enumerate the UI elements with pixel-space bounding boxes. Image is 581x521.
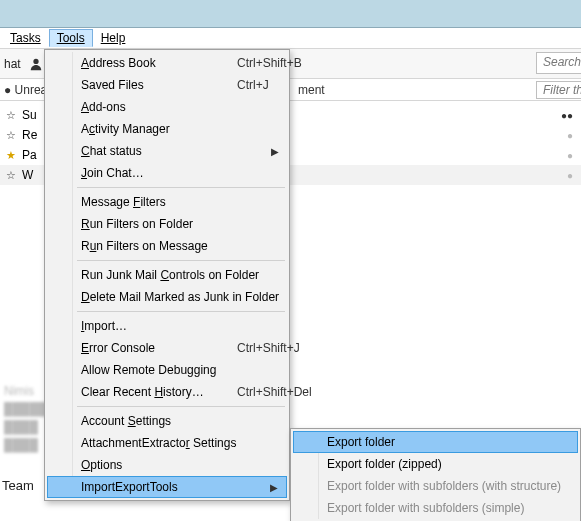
menu-tasks[interactable]: Tasks bbox=[2, 29, 49, 47]
chevron-right-icon: ▶ bbox=[270, 482, 278, 493]
chevron-right-icon: ▶ bbox=[271, 146, 279, 157]
shortcut-text: Ctrl+Shift+J bbox=[237, 341, 300, 355]
menu-join-chat[interactable]: Join Chat… bbox=[47, 162, 287, 184]
menu-separator bbox=[77, 406, 285, 407]
star-icon[interactable]: ☆ bbox=[4, 169, 18, 182]
list-item-text: Pa bbox=[18, 148, 37, 162]
status-dot-icon: ●● bbox=[561, 110, 573, 121]
svg-point-0 bbox=[33, 58, 38, 63]
menu-import-export-tools[interactable]: ImportExportTools ▶ bbox=[47, 476, 287, 498]
submenu-export-zipped[interactable]: Export folder (zipped) bbox=[293, 453, 578, 475]
window-titlebar bbox=[0, 0, 581, 28]
menu-addons[interactable]: Add-ons bbox=[47, 96, 287, 118]
menu-account-settings[interactable]: Account Settings bbox=[47, 410, 287, 432]
menu-delete-junk[interactable]: Delete Mail Marked as Junk in Folder bbox=[47, 286, 287, 308]
menu-clear-history[interactable]: Clear Recent History… Ctrl+Shift+Del bbox=[47, 381, 287, 403]
status-dot-icon: ● bbox=[567, 150, 573, 161]
submenu-export-folder[interactable]: Export folder bbox=[293, 431, 578, 453]
menu-run-junk[interactable]: Run Junk Mail Controls on Folder bbox=[47, 264, 287, 286]
person-icon[interactable] bbox=[29, 57, 43, 71]
submenu-export-structure: Export folder with subfolders (with stru… bbox=[293, 475, 578, 497]
star-icon[interactable]: ☆ bbox=[4, 109, 18, 122]
chat-label-fragment: hat bbox=[0, 57, 21, 71]
star-icon[interactable]: ☆ bbox=[4, 129, 18, 142]
menu-error-console[interactable]: Error Console Ctrl+Shift+J bbox=[47, 337, 287, 359]
submenu-export-simple: Export folder with subfolders (simple) bbox=[293, 497, 578, 519]
shortcut-text: Ctrl+Shift+B bbox=[237, 56, 302, 70]
blurred-sidebar-fragment: Nimis █████ ████ ████ bbox=[0, 382, 44, 454]
menu-run-filters-message[interactable]: Run Filters on Message bbox=[47, 235, 287, 257]
column-fragment[interactable]: ment bbox=[298, 83, 325, 97]
menu-activity-manager[interactable]: Activity Manager bbox=[47, 118, 287, 140]
menu-separator bbox=[77, 187, 285, 188]
menu-run-filters-folder[interactable]: Run Filters on Folder bbox=[47, 213, 287, 235]
search-input[interactable]: Search bbox=[536, 52, 581, 74]
star-icon[interactable]: ★ bbox=[4, 149, 18, 162]
menu-message-filters[interactable]: Message Filters bbox=[47, 191, 287, 213]
status-dot-icon: ● bbox=[567, 130, 573, 141]
menu-saved-files[interactable]: Saved Files Ctrl+J bbox=[47, 74, 287, 96]
list-item-text: Re bbox=[18, 128, 37, 142]
shortcut-text: Ctrl+Shift+Del bbox=[237, 385, 312, 399]
menu-help[interactable]: Help bbox=[93, 29, 134, 47]
menu-import[interactable]: Import… bbox=[47, 315, 287, 337]
status-dot-icon: ● bbox=[567, 170, 573, 181]
menu-separator bbox=[77, 311, 285, 312]
menu-options[interactable]: Options bbox=[47, 454, 287, 476]
menu-separator bbox=[77, 260, 285, 261]
menu-address-book[interactable]: Address Book Ctrl+Shift+B bbox=[47, 52, 287, 74]
team-label-fragment: Team bbox=[2, 478, 34, 493]
menu-chat-status[interactable]: Chat status ▶ bbox=[47, 140, 287, 162]
list-item-text: Su bbox=[18, 108, 37, 122]
menu-allow-remote-debugging[interactable]: Allow Remote Debugging bbox=[47, 359, 287, 381]
menu-attachment-extractor[interactable]: AttachmentExtractor Settings bbox=[47, 432, 287, 454]
import-export-submenu: Export folder Export folder (zipped) Exp… bbox=[290, 428, 581, 521]
menu-tools[interactable]: Tools bbox=[49, 29, 93, 47]
unread-column-fragment[interactable]: ● Unrea bbox=[0, 83, 47, 97]
tools-dropdown: Address Book Ctrl+Shift+B Saved Files Ct… bbox=[44, 49, 290, 501]
menubar: Tasks Tools Help bbox=[0, 28, 581, 49]
shortcut-text: Ctrl+J bbox=[237, 78, 269, 92]
filter-input[interactable]: Filter th bbox=[536, 81, 581, 99]
list-item-text: W bbox=[18, 168, 33, 182]
